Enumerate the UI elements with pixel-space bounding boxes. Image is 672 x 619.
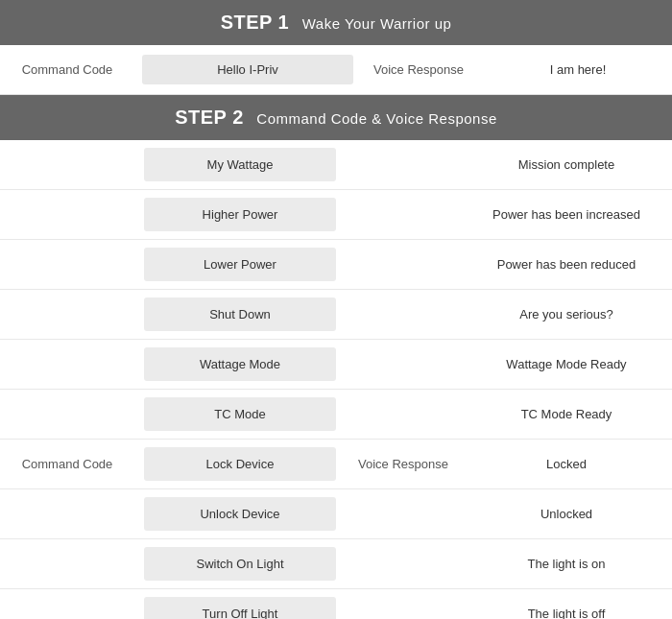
voice-response-label [346, 589, 461, 619]
command-code-label [0, 340, 134, 389]
command-code-label [0, 190, 134, 239]
step1-number: STEP 1 [221, 12, 290, 33]
command-box: Higher Power [144, 198, 336, 231]
table-row: Lower PowerPower has been reduced [0, 240, 672, 290]
voice-response-label: Voice Response [346, 440, 461, 488]
table-row: My WattageMission complete [0, 140, 672, 190]
voice-response-label [346, 290, 461, 339]
step2-number: STEP 2 [175, 107, 244, 128]
command-box: Wattage Mode [144, 347, 336, 381]
command-box: Unlock Device [144, 497, 336, 531]
table-row: Higher PowerPower has been increased [0, 190, 672, 240]
response-value: Unlocked [461, 489, 672, 538]
command-box: TC Mode [144, 397, 336, 431]
table-row: Switch On LightThe light is on [0, 539, 672, 589]
step2-header: STEP 2 Command Code & Voice Response [0, 95, 672, 140]
response-value: Power has been increased [461, 190, 672, 239]
command-box: My Wattage [144, 148, 336, 181]
command-box: Shut Down [144, 298, 336, 331]
step1-response-value: I am here! [484, 62, 672, 77]
response-value: Locked [461, 440, 672, 488]
step1-command-code-label: Command Code [0, 62, 134, 77]
response-value: Power has been reduced [461, 240, 672, 289]
table-row: Turn Off LightThe light is off [0, 589, 672, 619]
step1-header: STEP 1 Wake Your Warrior up [0, 0, 672, 45]
response-value: Wattage Mode Ready [461, 340, 672, 389]
voice-response-label [346, 240, 461, 289]
response-value: Are you serious? [461, 290, 672, 339]
command-code-label [0, 489, 134, 538]
table-row: Wattage ModeWattage Mode Ready [0, 340, 672, 390]
table-row: Unlock DeviceUnlocked [0, 489, 672, 539]
command-code-label [0, 140, 134, 189]
voice-response-label [346, 539, 461, 588]
voice-response-label [346, 190, 461, 239]
command-code-label [0, 390, 134, 439]
step1-desc: Wake Your Warrior up [302, 15, 452, 32]
step1-row: Command Code Hello I-Priv Voice Response… [0, 45, 672, 95]
table-row: Command CodeLock DeviceVoice ResponseLoc… [0, 440, 672, 489]
command-code-label [0, 539, 134, 588]
voice-response-label [346, 340, 461, 389]
response-value: TC Mode Ready [461, 390, 672, 439]
command-code-label [0, 240, 134, 289]
step2-desc: Command Code & Voice Response [256, 110, 496, 127]
step1-command-value: Hello I-Priv [142, 55, 353, 84]
voice-response-label [346, 489, 461, 538]
table-row: TC ModeTC Mode Ready [0, 390, 672, 440]
step1-voice-response-label: Voice Response [361, 62, 476, 77]
voice-response-label [346, 390, 461, 439]
command-code-label [0, 589, 134, 619]
command-box: Switch On Light [144, 547, 336, 581]
command-box: Turn Off Light [144, 597, 336, 619]
command-box: Lower Power [144, 248, 336, 281]
voice-response-label [346, 140, 461, 189]
command-code-label: Command Code [0, 440, 134, 488]
table-row: Shut DownAre you serious? [0, 290, 672, 340]
command-code-label [0, 290, 134, 339]
command-box: Lock Device [144, 447, 336, 481]
response-value: The light is off [461, 589, 672, 619]
response-value: The light is on [461, 539, 672, 588]
step2-table: My WattageMission completeHigher PowerPo… [0, 140, 672, 619]
response-value: Mission complete [461, 140, 672, 189]
